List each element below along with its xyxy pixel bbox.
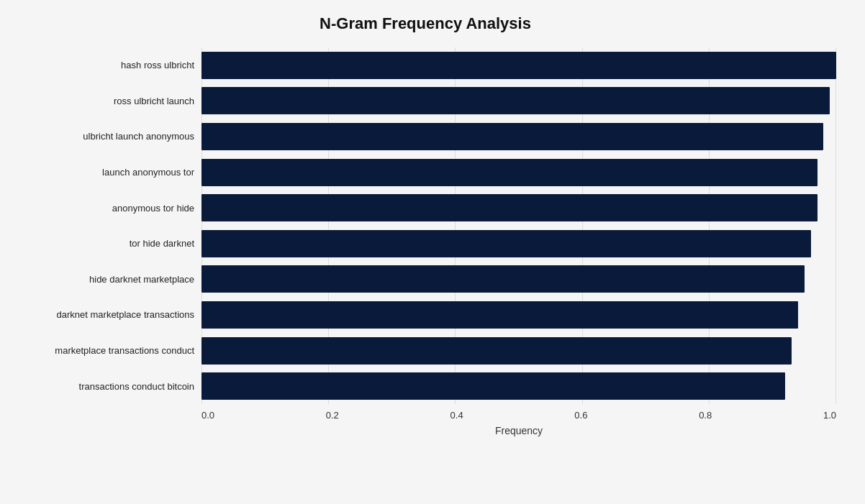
bar-row-3 — [201, 155, 836, 191]
bar-4 — [201, 194, 818, 221]
bar-1 — [201, 87, 830, 114]
x-tick-2: 0.4 — [450, 410, 463, 421]
bars-section: hash ross ulbrichtross ulbricht launchul… — [14, 47, 836, 404]
y-labels: hash ross ulbrichtross ulbricht launchul… — [14, 47, 201, 404]
bars-grid — [201, 47, 836, 404]
y-label-0: hash ross ulbricht — [14, 47, 194, 83]
y-label-4: anonymous tor hide — [14, 190, 194, 226]
bar-row-2 — [201, 119, 836, 155]
y-label-2: ulbricht launch anonymous — [14, 119, 194, 155]
y-label-7: darknet marketplace transactions — [14, 297, 194, 333]
x-tick-0: 0.0 — [201, 410, 214, 421]
bar-8 — [201, 337, 792, 365]
y-label-1: ross ulbricht launch — [14, 83, 194, 119]
y-label-3: launch anonymous tor — [14, 155, 194, 191]
bar-row-0 — [201, 47, 836, 83]
bar-7 — [201, 301, 798, 329]
bar-5 — [201, 230, 811, 257]
bar-row-5 — [201, 226, 836, 262]
y-label-5: tor hide darknet — [14, 226, 194, 262]
x-axis-label: Frequency — [201, 425, 836, 436]
y-label-8: marketplace transactions conduct — [14, 333, 194, 369]
bar-row-1 — [201, 83, 836, 119]
x-axis: 0.00.20.40.60.81.0 — [201, 404, 836, 421]
bar-9 — [201, 372, 785, 400]
bar-6 — [201, 265, 805, 293]
bar-row-9 — [201, 368, 836, 404]
x-tick-5: 1.0 — [823, 410, 836, 421]
bar-2 — [201, 123, 823, 150]
bar-0 — [201, 52, 836, 79]
bar-row-7 — [201, 297, 836, 333]
bar-3 — [201, 159, 818, 186]
chart-title: N-Gram Frequency Analysis — [14, 14, 836, 33]
x-tick-1: 0.2 — [326, 410, 339, 421]
bar-row-8 — [201, 333, 836, 369]
x-tick-4: 0.8 — [699, 410, 712, 421]
chart-container: N-Gram Frequency Analysis hash ross ulbr… — [0, 0, 865, 504]
x-tick-3: 0.6 — [574, 410, 587, 421]
bar-row-6 — [201, 262, 836, 298]
bar-row-4 — [201, 190, 836, 226]
y-label-9: transactions conduct bitcoin — [14, 368, 194, 404]
y-label-6: hide darknet marketplace — [14, 262, 194, 298]
chart-area: hash ross ulbrichtross ulbricht launchul… — [14, 47, 836, 436]
